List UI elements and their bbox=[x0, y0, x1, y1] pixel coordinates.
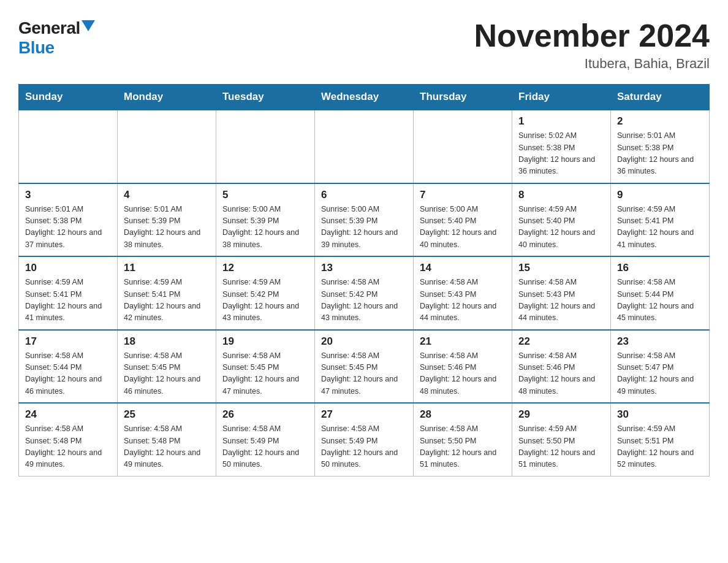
sun-info: Sunrise: 4:58 AMSunset: 5:43 PMDaylight:… bbox=[420, 277, 506, 324]
calendar-cell: 27Sunrise: 4:58 AMSunset: 5:49 PMDayligh… bbox=[315, 403, 414, 476]
calendar-cell: 6Sunrise: 5:00 AMSunset: 5:39 PMDaylight… bbox=[315, 183, 414, 257]
calendar-cell: 25Sunrise: 4:58 AMSunset: 5:48 PMDayligh… bbox=[118, 403, 216, 476]
weekday-header-saturday: Saturday bbox=[611, 85, 710, 110]
day-number: 11 bbox=[124, 262, 210, 274]
calendar-cell: 29Sunrise: 4:59 AMSunset: 5:50 PMDayligh… bbox=[512, 403, 611, 476]
sun-info: Sunrise: 5:02 AMSunset: 5:38 PMDaylight:… bbox=[518, 130, 604, 178]
sun-info: Sunrise: 4:58 AMSunset: 5:48 PMDaylight:… bbox=[25, 423, 111, 471]
week-row-2: 3Sunrise: 5:01 AMSunset: 5:38 PMDaylight… bbox=[19, 183, 710, 257]
calendar-cell: 10Sunrise: 4:59 AMSunset: 5:41 PMDayligh… bbox=[19, 256, 118, 330]
day-number: 24 bbox=[25, 408, 111, 421]
calendar-cell: 11Sunrise: 4:59 AMSunset: 5:41 PMDayligh… bbox=[118, 256, 216, 330]
day-number: 1 bbox=[518, 115, 604, 128]
calendar-cell: 17Sunrise: 4:58 AMSunset: 5:44 PMDayligh… bbox=[19, 330, 118, 404]
logo: General Blue bbox=[18, 18, 95, 58]
day-number: 22 bbox=[518, 335, 604, 348]
sun-info: Sunrise: 4:58 AMSunset: 5:44 PMDaylight:… bbox=[25, 350, 111, 398]
week-row-3: 10Sunrise: 4:59 AMSunset: 5:41 PMDayligh… bbox=[19, 256, 710, 330]
weekday-header-row: SundayMondayTuesdayWednesdayThursdayFrid… bbox=[19, 85, 710, 110]
sun-info: Sunrise: 4:58 AMSunset: 5:48 PMDaylight:… bbox=[124, 423, 210, 471]
calendar-cell: 2Sunrise: 5:01 AMSunset: 5:38 PMDaylight… bbox=[611, 110, 710, 183]
calendar-cell: 18Sunrise: 4:58 AMSunset: 5:45 PMDayligh… bbox=[118, 330, 216, 404]
day-number: 27 bbox=[321, 408, 407, 421]
day-number: 19 bbox=[222, 335, 308, 348]
day-number: 20 bbox=[321, 335, 407, 348]
calendar-cell bbox=[216, 110, 315, 183]
sun-info: Sunrise: 4:58 AMSunset: 5:49 PMDaylight:… bbox=[321, 423, 407, 471]
sun-info: Sunrise: 4:58 AMSunset: 5:42 PMDaylight:… bbox=[321, 277, 407, 324]
weekday-header-tuesday: Tuesday bbox=[216, 85, 315, 110]
month-title: November 2024 bbox=[474, 18, 710, 53]
day-number: 7 bbox=[420, 189, 506, 201]
day-number: 18 bbox=[124, 335, 210, 348]
calendar-cell: 20Sunrise: 4:58 AMSunset: 5:45 PMDayligh… bbox=[315, 330, 414, 404]
calendar-cell: 7Sunrise: 5:00 AMSunset: 5:40 PMDaylight… bbox=[414, 183, 512, 257]
day-number: 21 bbox=[420, 335, 506, 348]
day-number: 5 bbox=[222, 189, 308, 201]
weekday-header-wednesday: Wednesday bbox=[315, 85, 414, 110]
sun-info: Sunrise: 4:59 AMSunset: 5:50 PMDaylight:… bbox=[518, 423, 604, 471]
calendar-cell: 16Sunrise: 4:58 AMSunset: 5:44 PMDayligh… bbox=[611, 256, 710, 330]
calendar-cell: 28Sunrise: 4:58 AMSunset: 5:50 PMDayligh… bbox=[414, 403, 512, 476]
sun-info: Sunrise: 5:00 AMSunset: 5:40 PMDaylight:… bbox=[420, 204, 506, 251]
day-number: 26 bbox=[222, 408, 308, 421]
sun-info: Sunrise: 4:58 AMSunset: 5:45 PMDaylight:… bbox=[124, 350, 210, 398]
calendar-cell bbox=[118, 110, 216, 183]
sun-info: Sunrise: 4:58 AMSunset: 5:46 PMDaylight:… bbox=[420, 350, 506, 398]
calendar-cell: 19Sunrise: 4:58 AMSunset: 5:45 PMDayligh… bbox=[216, 330, 315, 404]
sun-info: Sunrise: 5:00 AMSunset: 5:39 PMDaylight:… bbox=[222, 204, 308, 251]
day-number: 13 bbox=[321, 262, 407, 274]
sun-info: Sunrise: 4:58 AMSunset: 5:50 PMDaylight:… bbox=[420, 423, 506, 471]
day-number: 25 bbox=[124, 408, 210, 421]
calendar-cell: 5Sunrise: 5:00 AMSunset: 5:39 PMDaylight… bbox=[216, 183, 315, 257]
sun-info: Sunrise: 5:01 AMSunset: 5:38 PMDaylight:… bbox=[25, 204, 111, 251]
calendar-table: SundayMondayTuesdayWednesdayThursdayFrid… bbox=[18, 84, 710, 477]
sun-info: Sunrise: 4:58 AMSunset: 5:46 PMDaylight:… bbox=[518, 350, 604, 398]
calendar-cell: 9Sunrise: 4:59 AMSunset: 5:41 PMDaylight… bbox=[611, 183, 710, 257]
calendar-cell: 22Sunrise: 4:58 AMSunset: 5:46 PMDayligh… bbox=[512, 330, 611, 404]
page-header: General Blue November 2024 Itubera, Bahi… bbox=[18, 18, 710, 72]
day-number: 4 bbox=[124, 189, 210, 201]
sun-info: Sunrise: 4:59 AMSunset: 5:41 PMDaylight:… bbox=[25, 277, 111, 324]
day-number: 14 bbox=[420, 262, 506, 274]
day-number: 28 bbox=[420, 408, 506, 421]
sun-info: Sunrise: 5:01 AMSunset: 5:39 PMDaylight:… bbox=[124, 204, 210, 251]
week-row-1: 1Sunrise: 5:02 AMSunset: 5:38 PMDaylight… bbox=[19, 110, 710, 183]
sun-info: Sunrise: 5:01 AMSunset: 5:38 PMDaylight:… bbox=[617, 130, 703, 178]
sun-info: Sunrise: 5:00 AMSunset: 5:39 PMDaylight:… bbox=[321, 204, 407, 251]
calendar-cell: 15Sunrise: 4:58 AMSunset: 5:43 PMDayligh… bbox=[512, 256, 611, 330]
sun-info: Sunrise: 4:59 AMSunset: 5:41 PMDaylight:… bbox=[617, 204, 703, 251]
week-row-4: 17Sunrise: 4:58 AMSunset: 5:44 PMDayligh… bbox=[19, 330, 710, 404]
calendar-cell: 14Sunrise: 4:58 AMSunset: 5:43 PMDayligh… bbox=[414, 256, 512, 330]
calendar-cell: 8Sunrise: 4:59 AMSunset: 5:40 PMDaylight… bbox=[512, 183, 611, 257]
day-number: 29 bbox=[518, 408, 604, 421]
calendar-cell: 1Sunrise: 5:02 AMSunset: 5:38 PMDaylight… bbox=[512, 110, 611, 183]
logo-triangle-icon bbox=[82, 20, 95, 31]
calendar-cell: 3Sunrise: 5:01 AMSunset: 5:38 PMDaylight… bbox=[19, 183, 118, 257]
calendar-cell: 21Sunrise: 4:58 AMSunset: 5:46 PMDayligh… bbox=[414, 330, 512, 404]
sun-info: Sunrise: 4:58 AMSunset: 5:43 PMDaylight:… bbox=[518, 277, 604, 324]
day-number: 6 bbox=[321, 189, 407, 201]
day-number: 30 bbox=[617, 408, 703, 421]
sun-info: Sunrise: 4:59 AMSunset: 5:42 PMDaylight:… bbox=[222, 277, 308, 324]
calendar-cell bbox=[315, 110, 414, 183]
title-block: November 2024 Itubera, Bahia, Brazil bbox=[474, 18, 710, 72]
day-number: 2 bbox=[617, 115, 703, 128]
sun-info: Sunrise: 4:58 AMSunset: 5:49 PMDaylight:… bbox=[222, 423, 308, 471]
day-number: 12 bbox=[222, 262, 308, 274]
weekday-header-monday: Monday bbox=[118, 85, 216, 110]
weekday-header-thursday: Thursday bbox=[414, 85, 512, 110]
weekday-header-friday: Friday bbox=[512, 85, 611, 110]
sun-info: Sunrise: 4:58 AMSunset: 5:44 PMDaylight:… bbox=[617, 277, 703, 324]
day-number: 17 bbox=[25, 335, 111, 348]
sun-info: Sunrise: 4:59 AMSunset: 5:41 PMDaylight:… bbox=[124, 277, 210, 324]
sun-info: Sunrise: 4:58 AMSunset: 5:45 PMDaylight:… bbox=[321, 350, 407, 398]
calendar-cell: 12Sunrise: 4:59 AMSunset: 5:42 PMDayligh… bbox=[216, 256, 315, 330]
sun-info: Sunrise: 4:58 AMSunset: 5:47 PMDaylight:… bbox=[617, 350, 703, 398]
day-number: 23 bbox=[617, 335, 703, 348]
calendar-cell: 26Sunrise: 4:58 AMSunset: 5:49 PMDayligh… bbox=[216, 403, 315, 476]
sun-info: Sunrise: 4:59 AMSunset: 5:40 PMDaylight:… bbox=[518, 204, 604, 251]
calendar-cell: 13Sunrise: 4:58 AMSunset: 5:42 PMDayligh… bbox=[315, 256, 414, 330]
day-number: 16 bbox=[617, 262, 703, 274]
logo-general-text: General bbox=[18, 18, 80, 38]
